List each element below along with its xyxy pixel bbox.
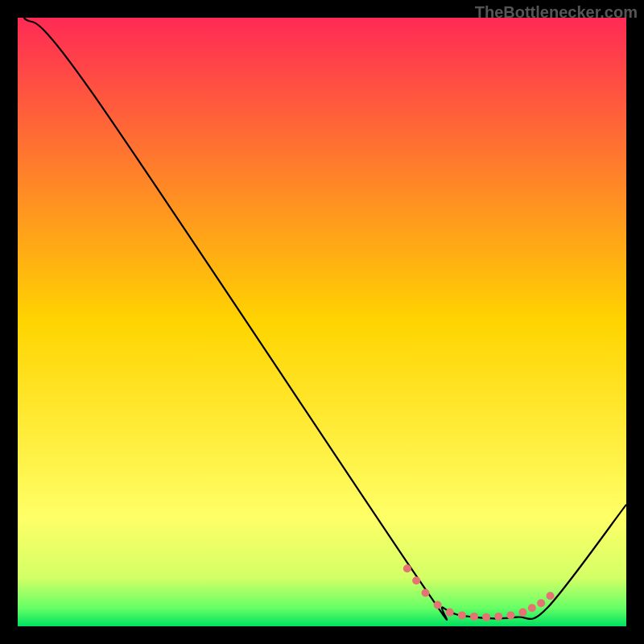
valley-dot xyxy=(458,611,466,619)
valley-dot xyxy=(528,604,536,612)
valley-dot xyxy=(506,611,514,619)
valley-dot xyxy=(537,599,545,607)
valley-dot xyxy=(547,592,555,600)
valley-dot xyxy=(412,576,420,584)
valley-dot xyxy=(434,601,442,609)
watermark-text: TheBottlenecker.com xyxy=(475,3,638,22)
valley-dot xyxy=(403,564,411,572)
valley-dot xyxy=(482,613,490,621)
valley-dot xyxy=(518,609,526,617)
chart-area xyxy=(18,18,626,626)
valley-dot xyxy=(422,588,430,597)
valley-dot xyxy=(446,609,454,617)
valley-dot xyxy=(470,613,478,621)
valley-dot xyxy=(494,613,502,621)
chart-svg xyxy=(18,18,626,626)
chart-background xyxy=(18,18,626,626)
